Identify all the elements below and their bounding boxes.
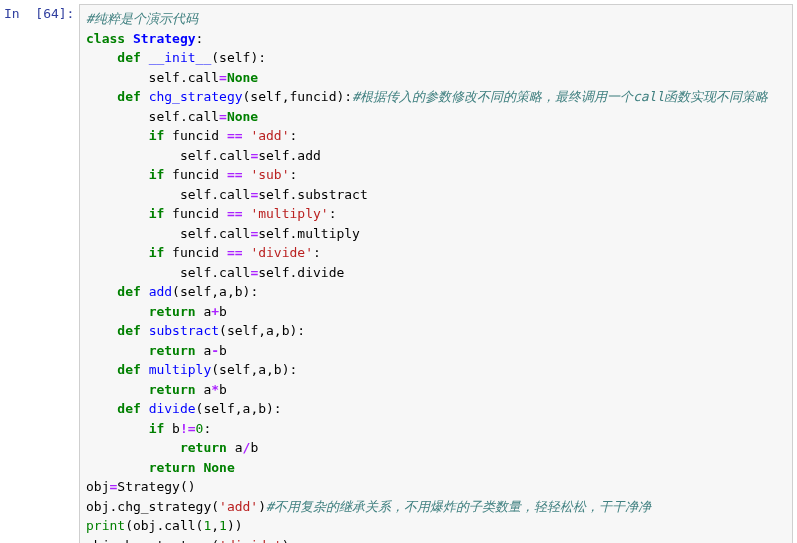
str: 'add'	[243, 128, 290, 143]
func-name: substract	[149, 323, 219, 338]
num: 0	[196, 421, 204, 436]
rest: Strategy()	[117, 479, 195, 494]
const: None	[203, 460, 234, 475]
const: None	[227, 70, 258, 85]
expr: a	[196, 382, 212, 397]
op: ==	[227, 206, 243, 221]
op: +	[211, 304, 219, 319]
rest: self.divide	[258, 265, 344, 280]
builtin: print	[86, 518, 125, 533]
op: ==	[227, 167, 243, 182]
expr: b	[219, 343, 227, 358]
body: self.call	[86, 109, 219, 124]
args: (self,a,b):	[196, 401, 282, 416]
func-name: multiply	[149, 362, 212, 377]
var: funcid	[164, 167, 227, 182]
args: (self,a,b):	[219, 323, 305, 338]
var: funcid	[164, 206, 227, 221]
expr: a	[227, 440, 243, 455]
kw-return: return	[149, 382, 196, 397]
close: )	[258, 499, 266, 514]
kw-def: def	[117, 89, 140, 104]
kw-return: return	[149, 343, 196, 358]
var: funcid	[164, 128, 227, 143]
call: obj.chg_strategy(	[86, 538, 219, 544]
open: (obj.call(	[125, 518, 203, 533]
kw-def: def	[117, 284, 140, 299]
body: self.call	[86, 187, 250, 202]
op: *	[211, 382, 219, 397]
num: 1	[219, 518, 227, 533]
close: ))	[227, 518, 243, 533]
comment: #不用复杂的继承关系，不用爆炸的子类数量，轻轻松松，干干净净	[266, 499, 651, 514]
comment: #根据传入的参数修改不同的策略，最终调用一个call函数实现不同策略	[352, 89, 768, 104]
op: -	[211, 343, 219, 358]
str: 'add'	[219, 499, 258, 514]
call: obj.chg_strategy(	[86, 499, 219, 514]
var: funcid	[164, 245, 227, 260]
kw-if: if	[149, 206, 165, 221]
kw-def: def	[117, 401, 140, 416]
expr: b	[250, 440, 258, 455]
kw-class: class	[86, 31, 125, 46]
args: (self):	[211, 50, 266, 65]
rest: self.add	[258, 148, 321, 163]
class-name: Strategy	[133, 31, 196, 46]
rest: self.multiply	[258, 226, 360, 241]
args: (self,a,b):	[211, 362, 297, 377]
kw-if: if	[149, 128, 165, 143]
input-prompt: In [64]:	[4, 4, 79, 24]
kw-return: return	[149, 304, 196, 319]
str: 'sub'	[243, 167, 290, 182]
op: ==	[227, 245, 243, 260]
args: (self,funcid):	[243, 89, 353, 104]
body: self.call	[86, 226, 250, 241]
expr: a	[196, 343, 212, 358]
func-name: __init__	[149, 50, 212, 65]
func-name: chg_strategy	[149, 89, 243, 104]
var: b	[164, 421, 180, 436]
kw-return: return	[149, 460, 196, 475]
kw-if: if	[149, 245, 165, 260]
kw-return: return	[180, 440, 227, 455]
expr: a	[196, 304, 212, 319]
expr: b	[219, 304, 227, 319]
op: !=	[180, 421, 196, 436]
var: obj	[86, 479, 109, 494]
kw-def: def	[117, 362, 140, 377]
op: ==	[227, 128, 243, 143]
str: 'multiply'	[243, 206, 329, 221]
args: (self,a,b):	[172, 284, 258, 299]
func-name: divide	[149, 401, 196, 416]
const: None	[227, 109, 258, 124]
func-name: add	[149, 284, 172, 299]
close: )	[282, 538, 290, 544]
comma: ,	[211, 518, 219, 533]
body: self.call	[86, 148, 250, 163]
code-input[interactable]: #纯粹是个演示代码 class Strategy: def __init__(s…	[79, 4, 793, 543]
expr: b	[219, 382, 227, 397]
comment: #纯粹是个演示代码	[86, 11, 198, 26]
input-cell: In [64]: #纯粹是个演示代码 class Strategy: def _…	[4, 4, 793, 543]
body: self.call	[86, 70, 219, 85]
kw-def: def	[117, 50, 140, 65]
body: self.call	[86, 265, 250, 280]
op: =	[219, 109, 227, 124]
str: 'divide'	[219, 538, 282, 544]
kw-def: def	[117, 323, 140, 338]
op: =	[219, 70, 227, 85]
rest: self.substract	[258, 187, 368, 202]
kw-if: if	[149, 421, 165, 436]
str: 'divide'	[243, 245, 313, 260]
kw-if: if	[149, 167, 165, 182]
